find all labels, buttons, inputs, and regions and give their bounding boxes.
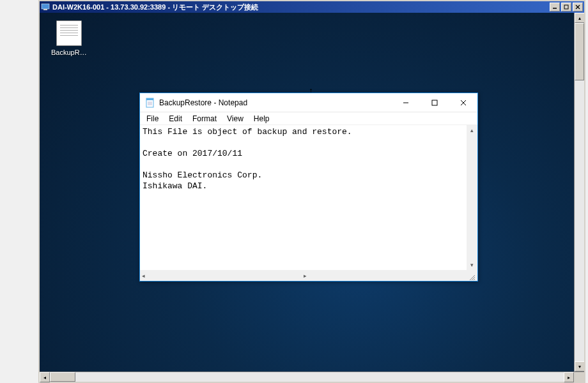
notepad-horizontal-scrollbar[interactable]: ◂ ▸ [140, 270, 477, 281]
scrollbar-thumb[interactable] [575, 23, 584, 80]
scrollbar-corner [574, 372, 584, 382]
rdp-close-button[interactable] [573, 3, 583, 11]
notepad-icon [145, 98, 155, 108]
scroll-left-icon: ◂ [142, 273, 145, 279]
notepad-menubar: File Edit Format View Help [140, 112, 477, 125]
scroll-right-button[interactable]: ▸ [564, 372, 574, 382]
scrollbar-track[interactable] [50, 372, 564, 382]
svg-rect-7 [146, 98, 153, 100]
menu-file[interactable]: File [141, 113, 164, 124]
desktop-file-icon[interactable]: BackupRest... [51, 20, 87, 56]
scroll-left-button[interactable]: ◂ [40, 372, 50, 382]
scroll-right-icon: ▸ [304, 273, 307, 279]
scrollbar-thumb[interactable] [50, 372, 75, 382]
rdp-vertical-scrollbar[interactable]: ▴ ▾ [574, 13, 584, 372]
menu-edit[interactable]: Edit [164, 113, 187, 124]
notepad-window[interactable]: BackupRestore - Notepad Fil [139, 93, 478, 282]
rdp-minimize-button[interactable] [550, 3, 560, 11]
notepad-title: BackupRestore - Notepad [159, 98, 391, 107]
desktop-file-label: BackupRest... [51, 49, 87, 56]
scroll-down-icon: ▾ [470, 262, 474, 268]
menu-help[interactable]: Help [249, 113, 275, 124]
rdp-horizontal-scrollbar[interactable]: ◂ ▸ [40, 372, 584, 382]
notepad-vertical-scrollbar[interactable]: ▴ ▾ [467, 125, 477, 270]
notepad-maximize-button[interactable] [420, 93, 449, 112]
menu-view[interactable]: View [222, 113, 249, 124]
notepad-close-button[interactable] [449, 93, 477, 112]
rdp-maximize-button[interactable] [561, 3, 571, 11]
text-file-icon [56, 20, 82, 46]
menu-format[interactable]: Format [187, 113, 222, 124]
svg-rect-12 [432, 100, 437, 105]
scroll-up-button[interactable]: ▴ [575, 13, 584, 23]
rdp-window: DAI-W2K16-001 - 13.73.30.92:3389 - リモート … [38, 0, 585, 383]
svg-rect-1 [43, 9, 47, 10]
notepad-minimize-button[interactable] [391, 93, 420, 112]
rdp-icon [41, 3, 50, 11]
scrollbar-track[interactable] [575, 23, 584, 361]
scroll-up-icon: ▴ [470, 127, 474, 133]
scroll-down-button[interactable]: ▾ [575, 361, 584, 372]
svg-line-17 [474, 279, 475, 280]
remote-desktop[interactable]: BackupRest... ↕ BackupRestore - Notepad [40, 13, 574, 372]
svg-rect-3 [564, 5, 568, 9]
svg-rect-0 [42, 4, 49, 9]
rdp-titlebar[interactable]: DAI-W2K16-001 - 13.73.30.92:3389 - リモート … [40, 1, 584, 13]
notepad-text-area[interactable]: This File is object of backup and restor… [140, 125, 467, 270]
resize-grip-icon[interactable] [465, 270, 476, 281]
rdp-title: DAI-W2K16-001 - 13.73.30.92:3389 - リモート … [52, 3, 550, 12]
notepad-titlebar[interactable]: BackupRestore - Notepad [140, 93, 477, 112]
